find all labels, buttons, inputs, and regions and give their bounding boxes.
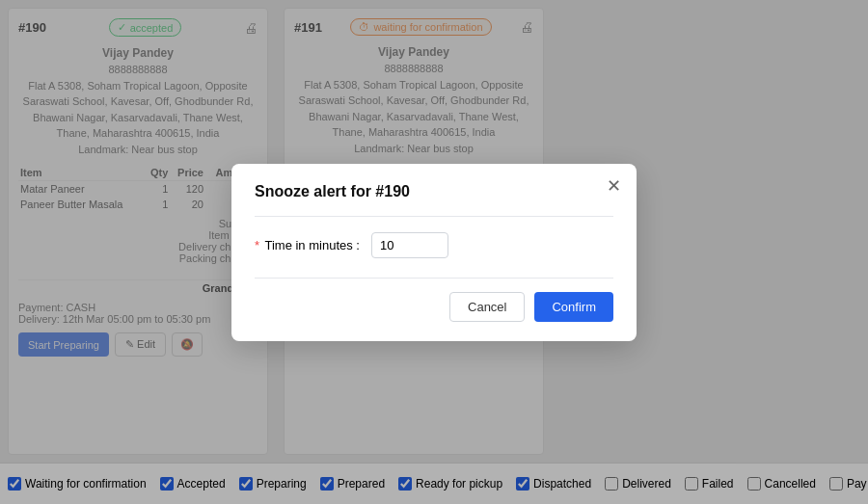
snooze-modal: Snooze alert for #190 ✕ * Time in minute… (231, 164, 637, 341)
modal-title: Snooze alert for #190 (255, 183, 613, 200)
required-star: * (255, 238, 259, 252)
modal-close-button[interactable]: ✕ (607, 177, 621, 195)
modal-divider-top (255, 216, 613, 217)
modal-divider-bottom (255, 278, 613, 279)
modal-overlay: Snooze alert for #190 ✕ * Time in minute… (0, 0, 868, 504)
modal-actions: Cancel Confirm (255, 292, 613, 322)
time-input[interactable] (371, 232, 448, 258)
confirm-modal-button[interactable]: Confirm (534, 292, 613, 322)
modal-field-time: * Time in minutes : (255, 232, 613, 258)
cancel-modal-button[interactable]: Cancel (449, 292, 525, 322)
time-label: * Time in minutes : (255, 238, 360, 252)
